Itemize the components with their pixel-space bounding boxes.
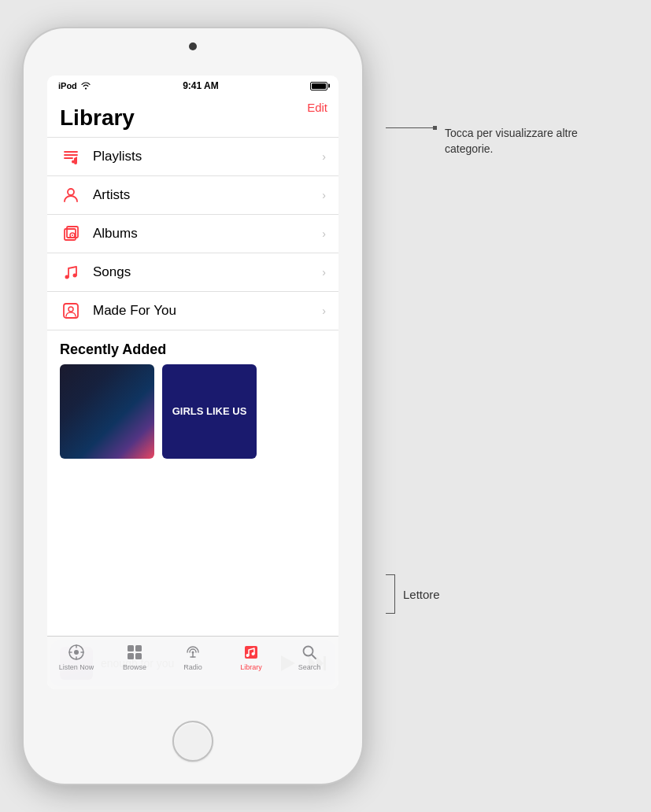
albums-icon (60, 223, 82, 245)
tab-library[interactable]: Library (231, 643, 271, 671)
made-for-you-chevron: › (322, 304, 326, 317)
ipod-device: iPod 9:41 AM (24, 28, 362, 784)
list-item-playlists[interactable]: Playlists › (47, 137, 338, 176)
artists-chevron: › (322, 189, 326, 201)
browse-icon (125, 643, 144, 662)
svg-rect-20 (135, 645, 142, 651)
svg-point-4 (72, 161, 75, 164)
svg-point-10 (65, 275, 69, 279)
recently-added-title: Recently Added (47, 330, 338, 364)
status-right (310, 82, 327, 90)
wifi-icon (80, 81, 91, 91)
songs-label: Songs (93, 264, 322, 280)
tab-bar: Listen Now Browse (47, 636, 338, 689)
svg-point-18 (74, 650, 79, 655)
tab-radio-label: Radio (183, 663, 202, 671)
made-for-you-label: Made For You (93, 303, 322, 319)
battery-fill (312, 83, 326, 89)
radio-icon (183, 643, 202, 662)
status-time: 9:41 AM (183, 80, 219, 91)
svg-rect-19 (128, 645, 134, 651)
albums-chevron: › (322, 227, 326, 240)
songs-icon (60, 261, 82, 283)
artists-label: Artists (93, 187, 322, 203)
library-icon (242, 643, 261, 662)
lettore-annotation: Lettore (386, 574, 440, 614)
list-item-albums[interactable]: Albums › (47, 215, 338, 253)
content-area: Edit Library (47, 94, 338, 689)
lettore-bracket (386, 574, 395, 614)
svg-point-27 (252, 652, 255, 655)
playlists-label: Playlists (93, 149, 322, 164)
status-bar: iPod 9:41 AM (47, 76, 338, 94)
battery-icon (310, 82, 327, 90)
album-thumb-1[interactable] (60, 364, 154, 459)
search-icon (300, 643, 319, 662)
edit-button[interactable]: Edit (307, 101, 327, 114)
edit-annotation: Tocca per visualizzare altre categorie. (386, 126, 618, 157)
svg-point-5 (68, 189, 74, 195)
tab-library-label: Library (240, 663, 262, 671)
svg-rect-21 (128, 653, 134, 659)
tab-search-label: Search (298, 663, 321, 671)
svg-point-26 (246, 654, 250, 657)
screen: iPod 9:41 AM (47, 76, 338, 689)
library-list: Playlists › Artists › (47, 137, 338, 330)
page-title: Library (47, 94, 338, 137)
svg-rect-22 (135, 653, 142, 659)
svg-point-11 (73, 274, 77, 278)
home-button[interactable] (172, 721, 213, 762)
camera-dot (189, 42, 197, 50)
made-for-you-icon (60, 300, 82, 322)
svg-line-29 (312, 655, 316, 659)
playlists-icon (60, 146, 82, 168)
recently-added-row: GIRLS LIKE US (47, 364, 338, 459)
artists-icon (60, 184, 82, 206)
status-left: iPod (58, 81, 91, 91)
playlists-chevron: › (322, 150, 326, 163)
edit-annotation-text: Tocca per visualizzare altre categorie. (445, 126, 618, 157)
album-thumb-2-label: GIRLS LIKE US (166, 399, 253, 425)
tab-listen-now[interactable]: Listen Now (57, 643, 96, 671)
tab-search[interactable]: Search (290, 643, 329, 671)
tab-browse-label: Browse (123, 663, 146, 671)
carrier-label: iPod (58, 81, 77, 90)
albums-label: Albums (93, 226, 322, 242)
tab-browse[interactable]: Browse (115, 643, 154, 671)
list-item-songs[interactable]: Songs › (47, 253, 338, 292)
svg-point-13 (68, 307, 73, 312)
svg-point-9 (72, 234, 73, 236)
lettore-annotation-text: Lettore (403, 588, 440, 601)
list-item-artists[interactable]: Artists › (47, 176, 338, 215)
tab-listen-now-label: Listen Now (59, 663, 94, 671)
album-thumb-2[interactable]: GIRLS LIKE US (162, 364, 257, 459)
list-item-made-for-you[interactable]: Made For You › (47, 292, 338, 330)
listen-now-icon (67, 643, 86, 662)
tab-radio[interactable]: Radio (173, 643, 213, 671)
songs-chevron: › (322, 266, 326, 279)
